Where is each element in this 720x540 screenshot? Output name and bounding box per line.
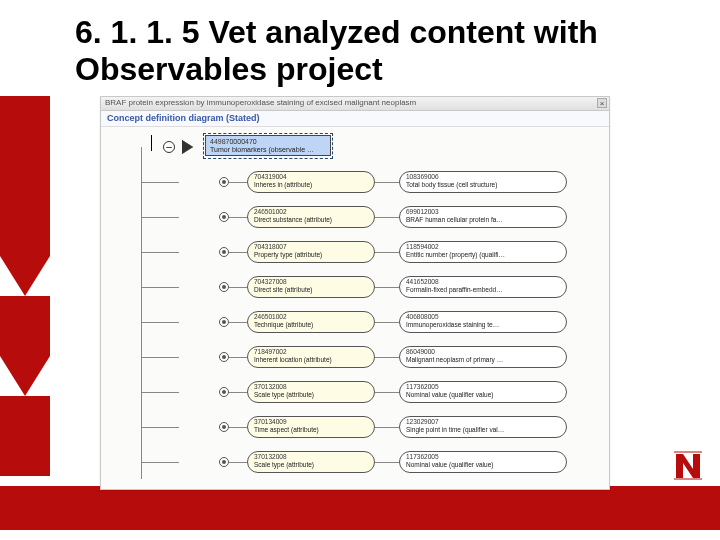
attribute-code: 246501002 bbox=[254, 313, 368, 321]
connector-line bbox=[141, 287, 179, 288]
value-code: 441652008 bbox=[406, 278, 560, 286]
value-node[interactable]: 117362005Nominal value (qualifier value) bbox=[399, 451, 567, 473]
attribute-node[interactable]: 370132008Scale type (attribute) bbox=[247, 451, 375, 473]
attribute-code: 370132008 bbox=[254, 453, 368, 461]
value-code: 118594002 bbox=[406, 243, 560, 251]
value-label: Immunoperoxidase staining te… bbox=[406, 321, 560, 329]
attribute-row: 370132008Scale type (attribute)117362005… bbox=[141, 381, 601, 405]
concept-diagram-window: BRAF protein expression by immunoperoxid… bbox=[100, 96, 610, 490]
attribute-node[interactable]: 704327008Direct site (attribute) bbox=[247, 276, 375, 298]
connector-line bbox=[229, 392, 247, 393]
value-code: 117362005 bbox=[406, 383, 560, 391]
role-group-dot-icon bbox=[219, 387, 229, 397]
value-code: 699012003 bbox=[406, 208, 560, 216]
chevron-decor-icon bbox=[0, 256, 50, 296]
value-node[interactable]: 117362005Nominal value (qualifier value) bbox=[399, 381, 567, 403]
attribute-row: 718497002Inherent location (attribute)86… bbox=[141, 346, 601, 370]
attribute-row: 704327008Direct site (attribute)44165200… bbox=[141, 276, 601, 300]
collapse-toggle-icon[interactable]: – bbox=[163, 141, 175, 153]
slide-title: 6. 1. 1. 5 Vet analyzed content with Obs… bbox=[75, 14, 720, 88]
value-label: Nominal value (qualifier value) bbox=[406, 461, 560, 469]
connector-line bbox=[375, 217, 399, 218]
value-node[interactable]: 86049000Malignant neoplasm of primary … bbox=[399, 346, 567, 368]
connector-line bbox=[229, 287, 247, 288]
subsumption-triangle-icon bbox=[183, 141, 193, 153]
value-node[interactable]: 123029007Single point in time (qualifier… bbox=[399, 416, 567, 438]
brand-sidebar bbox=[0, 96, 50, 476]
window-titlebar: BRAF protein expression by immunoperoxid… bbox=[101, 97, 609, 111]
attribute-code: 704327008 bbox=[254, 278, 368, 286]
value-code: 86049000 bbox=[406, 348, 560, 356]
attribute-code: 704318007 bbox=[254, 243, 368, 251]
connector-line bbox=[229, 217, 247, 218]
attribute-node[interactable]: 370132008Scale type (attribute) bbox=[247, 381, 375, 403]
value-label: Entitic number (property) (qualifi… bbox=[406, 251, 560, 259]
value-label: Formalin-fixed paraffin-embedd… bbox=[406, 286, 560, 294]
root-concept-code: 449870000470 bbox=[210, 138, 326, 146]
attribute-row: 370134009Time aspect (attribute)12302900… bbox=[141, 416, 601, 440]
attribute-node[interactable]: 370134009Time aspect (attribute) bbox=[247, 416, 375, 438]
connector-line bbox=[141, 217, 179, 218]
value-node[interactable]: 699012003BRAF human cellular protein fa… bbox=[399, 206, 567, 228]
role-group-dot-icon bbox=[219, 247, 229, 257]
role-group-dot-icon bbox=[219, 457, 229, 467]
attribute-node[interactable]: 704318007Property type (attribute) bbox=[247, 241, 375, 263]
value-node[interactable]: 108369006Total body tissue (cell structu… bbox=[399, 171, 567, 193]
connector-line bbox=[141, 392, 179, 393]
attribute-code: 718497002 bbox=[254, 348, 368, 356]
connector-line bbox=[229, 182, 247, 183]
value-label: Total body tissue (cell structure) bbox=[406, 181, 560, 189]
attribute-row: 704319004Inheres in (attribute)108369006… bbox=[141, 171, 601, 195]
attribute-code: 370134009 bbox=[254, 418, 368, 426]
value-label: Single point in time (qualifier val… bbox=[406, 426, 560, 434]
role-group-dot-icon bbox=[219, 352, 229, 362]
value-node[interactable]: 118594002Entitic number (property) (qual… bbox=[399, 241, 567, 263]
role-group-dot-icon bbox=[219, 282, 229, 292]
attribute-node[interactable]: 246501002Technique (attribute) bbox=[247, 311, 375, 333]
attribute-label: Time aspect (attribute) bbox=[254, 426, 368, 434]
value-code: 406808005 bbox=[406, 313, 560, 321]
role-group-dot-icon bbox=[219, 177, 229, 187]
connector-line bbox=[141, 252, 179, 253]
connector-line bbox=[375, 357, 399, 358]
connector-line bbox=[229, 322, 247, 323]
attribute-label: Scale type (attribute) bbox=[254, 461, 368, 469]
value-label: Malignant neoplasm of primary … bbox=[406, 356, 560, 364]
attribute-row: 370132008Scale type (attribute)117362005… bbox=[141, 451, 601, 475]
connector-line bbox=[141, 427, 179, 428]
nebraska-n-logo-icon bbox=[674, 448, 702, 480]
connector-line bbox=[229, 252, 247, 253]
root-concept-label: Tumor biomarkers (observable … bbox=[210, 146, 326, 154]
text-caret-icon bbox=[151, 135, 152, 151]
connector-line bbox=[229, 427, 247, 428]
attribute-code: 246501002 bbox=[254, 208, 368, 216]
window-title-text: BRAF protein expression by immunoperoxid… bbox=[105, 98, 416, 107]
attribute-node[interactable]: 246501002Direct substance (attribute) bbox=[247, 206, 375, 228]
root-concept-node[interactable]: 449870000470 Tumor biomarkers (observabl… bbox=[205, 135, 331, 156]
connector-line bbox=[229, 462, 247, 463]
role-group-dot-icon bbox=[219, 212, 229, 222]
diagram-canvas: – 449870000470 Tumor biomarkers (observa… bbox=[101, 127, 609, 489]
attribute-row: 246501002Technique (attribute)406808005I… bbox=[141, 311, 601, 335]
value-node[interactable]: 406808005Immunoperoxidase staining te… bbox=[399, 311, 567, 333]
attribute-node[interactable]: 704319004Inheres in (attribute) bbox=[247, 171, 375, 193]
connector-line bbox=[375, 182, 399, 183]
attribute-label: Inheres in (attribute) bbox=[254, 181, 368, 189]
attribute-row: 704318007Property type (attribute)118594… bbox=[141, 241, 601, 265]
panel-subtitle: Concept definition diagram (Stated) bbox=[101, 111, 609, 127]
brand-footer-bar bbox=[0, 486, 720, 530]
close-icon[interactable]: × bbox=[597, 98, 607, 108]
attribute-label: Inherent location (attribute) bbox=[254, 356, 368, 364]
value-node[interactable]: 441652008Formalin-fixed paraffin-embedd… bbox=[399, 276, 567, 298]
attribute-label: Property type (attribute) bbox=[254, 251, 368, 259]
attribute-code: 704319004 bbox=[254, 173, 368, 181]
connector-line bbox=[375, 392, 399, 393]
value-code: 123029007 bbox=[406, 418, 560, 426]
attribute-node[interactable]: 718497002Inherent location (attribute) bbox=[247, 346, 375, 368]
connector-line bbox=[229, 357, 247, 358]
value-label: Nominal value (qualifier value) bbox=[406, 391, 560, 399]
connector-line bbox=[141, 357, 179, 358]
value-label: BRAF human cellular protein fa… bbox=[406, 216, 560, 224]
attribute-label: Scale type (attribute) bbox=[254, 391, 368, 399]
role-group-dot-icon bbox=[219, 422, 229, 432]
